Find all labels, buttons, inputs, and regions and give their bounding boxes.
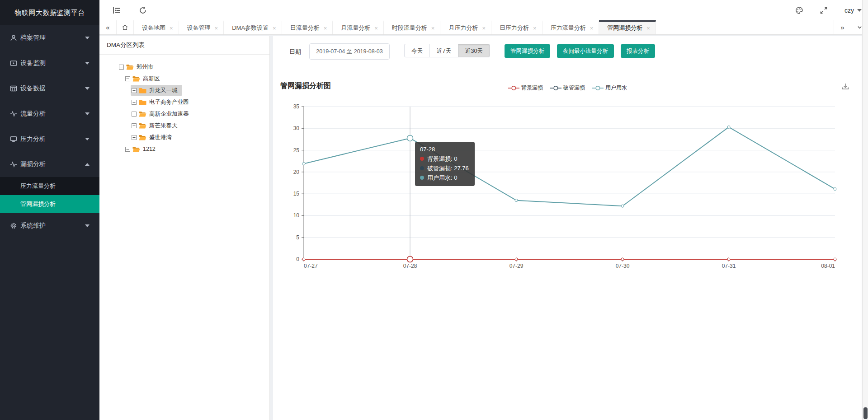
range-button[interactable]: 今天	[404, 44, 429, 57]
sidebar-item[interactable]: 系统维护	[0, 213, 99, 238]
action-button[interactable]: 夜间最小流量分析	[557, 44, 614, 58]
download-icon[interactable]	[841, 82, 850, 91]
caret-down-icon	[85, 37, 90, 39]
tree-node[interactable]: 电子商务产业园	[99, 96, 269, 108]
sidebar-item-label: 系统维护	[20, 222, 46, 230]
sidebar-item-label: 流量分析	[20, 110, 46, 118]
sidebar-item-label: 档案管理	[20, 34, 46, 42]
expand-toggle-icon[interactable]	[132, 100, 137, 105]
chevrons-right-icon[interactable]: »	[834, 20, 851, 34]
tab-label: 设备管理	[187, 24, 211, 32]
caret-down-icon	[85, 62, 90, 65]
waveform-icon	[10, 110, 17, 117]
tab-label: 日压力分析	[500, 24, 529, 32]
svg-text:07-31: 07-31	[722, 263, 736, 269]
tree-node[interactable]: 郑州市	[99, 61, 269, 73]
tree-node-label: 高新企业加速器	[149, 110, 189, 118]
tree-node-label: 郑州市	[137, 63, 154, 71]
tree-node-inner: 升龙又一城	[131, 85, 182, 96]
folder-icon	[139, 123, 146, 129]
close-icon[interactable]: ×	[324, 25, 327, 32]
svg-text:07-28: 07-28	[403, 263, 417, 269]
refresh-icon[interactable]	[138, 6, 147, 15]
sidebar-subitem[interactable]: 压力流量分析	[0, 177, 99, 195]
palette-icon[interactable]	[795, 6, 804, 15]
tab[interactable]: DMA参数设置×	[224, 20, 282, 34]
legend-item[interactable]: 背景漏损	[508, 84, 543, 92]
tab[interactable]: 设备地图×	[134, 20, 179, 34]
tab[interactable]: 管网漏损分析×	[599, 20, 656, 34]
tab[interactable]: 设备管理×	[179, 20, 224, 34]
chart-legend: 背景漏损破管漏损用户用水	[508, 84, 627, 92]
chevrons-left-icon[interactable]: «	[99, 20, 117, 34]
home-icon[interactable]	[117, 20, 134, 34]
tree-node-inner: 电子商务产业园	[131, 97, 193, 107]
tab[interactable]: 月压力分析×	[440, 20, 491, 34]
sidebar-item[interactable]: 设备数据	[0, 76, 99, 101]
close-icon[interactable]: ×	[590, 25, 594, 32]
close-icon[interactable]: ×	[215, 25, 218, 32]
close-icon[interactable]: ×	[170, 25, 173, 32]
caret-down-icon	[85, 112, 90, 115]
action-button[interactable]: 报表分析	[621, 44, 655, 58]
sidebar-item[interactable]: 设备监测	[0, 51, 99, 76]
fullscreen-icon[interactable]	[819, 6, 828, 15]
tab[interactable]: 时段流量分析×	[384, 20, 441, 34]
scrollbar-thumb[interactable]	[863, 407, 868, 419]
chart-area[interactable]: 0510152025303507-2707-2807-2907-3007-310…	[273, 102, 862, 282]
close-icon[interactable]: ×	[646, 25, 650, 32]
sidebar-item[interactable]: 流量分析	[0, 101, 99, 126]
tree-node-label: 电子商务产业园	[149, 98, 189, 106]
legend-item[interactable]: 用户用水	[592, 84, 627, 92]
tree-node[interactable]: 升龙又一城	[99, 84, 269, 96]
collapse-toggle-icon[interactable]	[125, 76, 130, 81]
folder-icon	[132, 146, 140, 152]
range-button[interactable]: 近30天	[458, 44, 490, 57]
tab[interactable]: 月流量分析×	[333, 20, 384, 34]
range-button[interactable]: 近7天	[429, 44, 458, 57]
tab[interactable]: 日流量分析×	[282, 20, 333, 34]
close-icon[interactable]: ×	[431, 25, 435, 32]
tree-node[interactable]: 1212	[99, 143, 269, 155]
tree-node[interactable]: 高新企业加速器	[99, 108, 269, 120]
collapse-toggle-icon[interactable]	[132, 112, 137, 117]
collapse-toggle-icon[interactable]	[125, 147, 130, 152]
sidebar-item[interactable]: 漏损分析	[0, 152, 99, 177]
close-icon[interactable]: ×	[482, 25, 486, 32]
sidebar-subitem[interactable]: 管网漏损分析	[0, 195, 99, 213]
tree-panel-title: DMA分区列表	[99, 36, 269, 55]
tab[interactable]: 压力流量分析×	[542, 20, 599, 34]
svg-text:07-27: 07-27	[304, 263, 318, 269]
legend-item[interactable]: 破管漏损	[550, 84, 585, 92]
collapse-toggle-icon[interactable]	[132, 135, 137, 140]
sidebar-item[interactable]: 压力分析	[0, 126, 99, 152]
user-menu[interactable]: czy	[844, 0, 862, 20]
sidebar-item-label: 设备数据	[20, 84, 46, 93]
collapse-toggle-icon[interactable]	[119, 65, 124, 70]
expand-toggle-icon[interactable]	[132, 88, 137, 93]
svg-text:25: 25	[293, 147, 300, 154]
tree-node-inner: 高新企业加速器	[131, 108, 193, 119]
collapse-menu-icon[interactable]	[112, 6, 121, 15]
folder-icon	[126, 64, 134, 70]
tab-label: 压力流量分析	[551, 24, 586, 32]
tab-label: 时段流量分析	[392, 24, 427, 32]
legend-marker-icon	[550, 85, 561, 91]
tree-node[interactable]: 盛世港湾	[99, 131, 269, 143]
tree-node[interactable]: 新芒果春天	[99, 120, 269, 131]
date-range-input[interactable]	[309, 43, 390, 60]
close-icon[interactable]: ×	[374, 25, 378, 32]
action-button[interactable]: 管网漏损分析	[505, 44, 550, 58]
screen-icon	[10, 135, 17, 143]
pulse-icon	[10, 161, 17, 168]
table-icon	[10, 85, 17, 92]
tree-node[interactable]: 高新区	[99, 73, 269, 84]
close-icon[interactable]: ×	[273, 25, 276, 32]
folder-icon	[139, 111, 146, 117]
collapse-toggle-icon[interactable]	[132, 123, 137, 128]
close-icon[interactable]: ×	[533, 25, 537, 32]
folder-icon	[132, 76, 140, 82]
sidebar-submenu: 压力流量分析管网漏损分析	[0, 177, 99, 213]
tab[interactable]: 日压力分析×	[491, 20, 542, 34]
sidebar-item[interactable]: 档案管理	[0, 25, 99, 51]
